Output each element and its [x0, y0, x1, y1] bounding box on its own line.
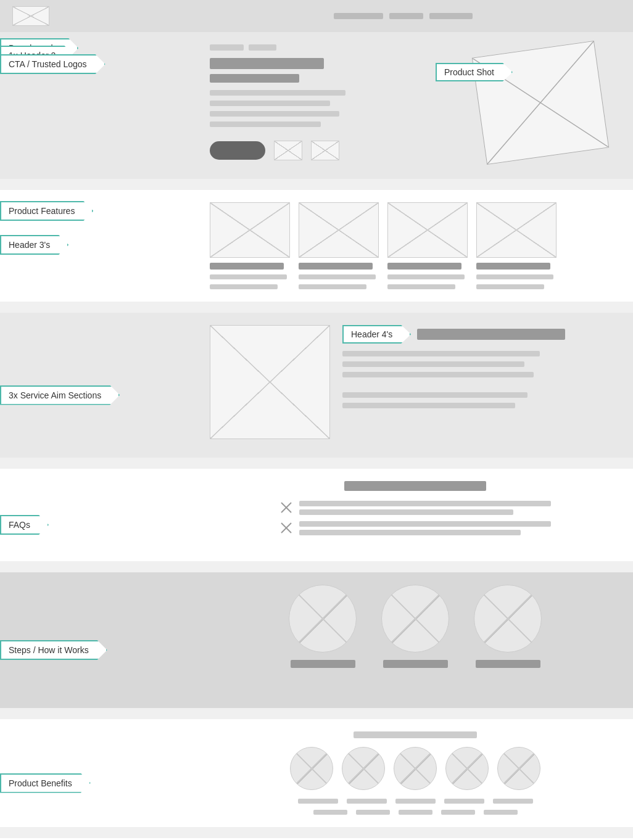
h2-bar-3: [210, 111, 339, 117]
h1-bar-2: [210, 74, 299, 83]
h2-bar-2: [210, 101, 330, 106]
product-benefits-section: Product Benefits: [0, 719, 633, 827]
h2-bar-1: [210, 90, 345, 96]
cta-button[interactable]: [210, 141, 265, 160]
service-text: Header 4's: [342, 325, 621, 408]
benefits-content: [210, 731, 621, 815]
nav-logo-box: [12, 6, 49, 26]
h4-bar: [417, 329, 565, 340]
s-bar-1: [342, 351, 540, 356]
nav-bar-2: [389, 13, 423, 19]
step-2: [381, 585, 449, 668]
b3-bar2: [399, 810, 432, 815]
hero-right-content: Product Shot: [460, 44, 621, 160]
f4-bar1: [476, 263, 550, 270]
service-aim-section: 3x Service Aim Sections Header 4's: [0, 313, 633, 458]
svg-line-23: [291, 747, 333, 790]
f3-bar2: [387, 274, 465, 279]
svg-line-22: [291, 747, 333, 790]
svg-line-16: [289, 585, 357, 653]
hero-nav: [0, 0, 633, 32]
step-1-bar: [291, 660, 355, 668]
hero-section: Breadcrumbs 1x Header 1 1x Header 2 CTA …: [0, 0, 633, 179]
cta-label: CTA / Trusted Logos: [0, 54, 106, 74]
f1-bar2: [210, 274, 287, 279]
cta-logo-1: [274, 141, 302, 160]
header4s-label: Header 4's: [342, 325, 411, 344]
svg-line-21: [474, 585, 542, 653]
b1-bar: [298, 799, 338, 804]
product-features-section: Product Features Header 3's: [0, 190, 633, 302]
b3-bar: [395, 799, 436, 804]
svg-line-5: [299, 203, 378, 257]
svg-line-20: [474, 585, 542, 653]
f3-bar3: [387, 284, 455, 289]
benefits-title-bar: [354, 731, 477, 738]
f2-bar3: [299, 284, 366, 289]
product-features-label: Product Features: [0, 201, 93, 221]
b1-bar2: [313, 810, 347, 815]
faq-item-2: [279, 521, 551, 535]
b4-bar2: [441, 810, 475, 815]
benefit-circle-1: [290, 747, 333, 790]
b5-bar: [493, 799, 533, 804]
breadcrumb-bar-1: [210, 44, 244, 51]
nav-bar-3: [429, 13, 473, 19]
h1-bar-1: [210, 58, 324, 69]
service-content: Header 4's: [210, 325, 621, 439]
b4-bar: [444, 799, 484, 804]
faqs-section: FAQs: [0, 469, 633, 561]
s-bar-2: [342, 361, 524, 367]
features-grid: [210, 202, 621, 289]
header3s-label: Header 3's: [0, 235, 68, 255]
faq-title-bar: [344, 481, 486, 491]
feature-col-4: [476, 202, 556, 289]
steps-content: [210, 585, 621, 668]
benefit-circle-5: [497, 747, 540, 790]
svg-line-26: [394, 747, 437, 790]
steps-section: Steps / How it Works: [0, 572, 633, 708]
step-2-bar: [383, 660, 448, 668]
svg-line-17: [289, 585, 357, 653]
step-2-circle: [381, 585, 449, 653]
svg-line-9: [477, 203, 556, 257]
benefit-circle-3: [394, 747, 437, 790]
nav-bar-1: [334, 13, 383, 19]
svg-line-3: [210, 203, 289, 257]
product-shot-image: [472, 40, 609, 164]
feature-col-2: [299, 202, 379, 289]
svg-line-25: [342, 747, 385, 790]
svg-line-11: [210, 326, 329, 439]
faq2-q-bar: [299, 521, 551, 527]
s-bar-3: [342, 372, 534, 377]
cta-logo-2: [311, 141, 339, 160]
svg-line-2: [210, 203, 289, 257]
h2-bar-4: [210, 121, 321, 127]
faqs-content: [210, 481, 621, 535]
svg-line-29: [446, 747, 489, 790]
b5-bar2: [484, 810, 518, 815]
feature-col-3: [387, 202, 468, 289]
f4-bar3: [476, 284, 544, 289]
svg-line-24: [342, 747, 385, 790]
f4-bar2: [476, 274, 553, 279]
svg-line-27: [394, 747, 437, 790]
faqs-label: FAQs: [0, 515, 49, 535]
f3-bar1: [387, 263, 461, 270]
step-3-bar: [476, 660, 540, 668]
faq1-a-bar: [299, 509, 513, 515]
svg-line-19: [382, 585, 449, 653]
breadcrumb-bar-2: [249, 44, 276, 51]
service-aim-label: 3x Service Aim Sections: [0, 385, 120, 405]
svg-line-28: [446, 747, 489, 790]
feature-col-1: [210, 202, 290, 289]
f1-bar3: [210, 284, 278, 289]
product-shot-label: Product Shot: [436, 63, 513, 81]
s-bar-4: [342, 392, 528, 398]
benefit-circle-2: [342, 747, 385, 790]
step-3-circle: [474, 585, 542, 653]
steps-label: Steps / How it Works: [0, 640, 107, 660]
svg-line-18: [382, 585, 449, 653]
faq-item-1: [279, 501, 551, 515]
step-1: [289, 585, 357, 668]
